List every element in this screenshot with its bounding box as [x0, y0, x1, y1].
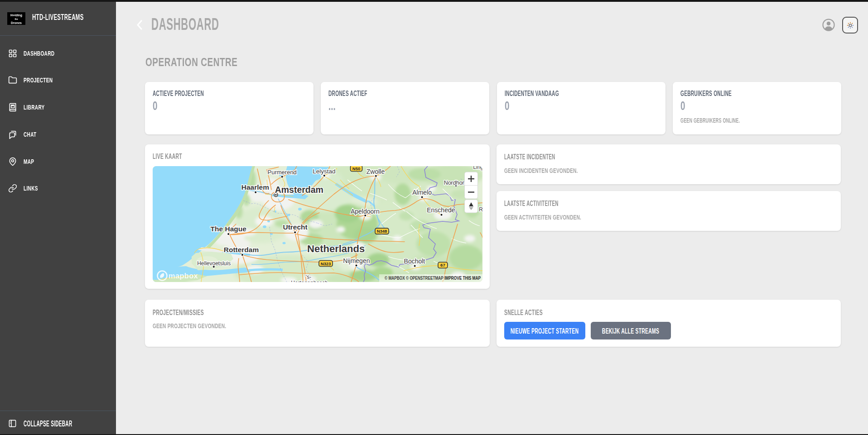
svg-text:Bocholt: Bocholt	[404, 258, 425, 265]
svg-text:Apeldoorn: Apeldoorn	[351, 208, 380, 215]
svg-text:Enschede: Enschede	[427, 206, 455, 214]
svg-text:Linger: Linger	[473, 166, 482, 170]
svg-text:Nordhorn: Nordhorn	[444, 180, 468, 186]
svg-text:'s-: 's-	[306, 274, 311, 280]
svg-text:© MAPBOX © OPENSTREETMAP IMPRO: © MAPBOX © OPENSTREETMAP IMPROVE THIS MA…	[385, 275, 481, 281]
svg-text:Netherlands: Netherlands	[307, 243, 365, 254]
svg-text:N348: N348	[377, 229, 387, 234]
svg-text:67: 67	[440, 263, 445, 268]
svg-text:N323: N323	[321, 261, 331, 266]
svg-text:The Hague: The Hague	[211, 225, 247, 233]
svg-text:Hertogenbosch: Hertogenbosch	[291, 280, 328, 282]
svg-text:N50: N50	[352, 166, 360, 171]
svg-text:Lelystad: Lelystad	[313, 168, 335, 175]
svg-text:Nijmegen: Nijmegen	[343, 257, 370, 264]
svg-text:Hellevoetsluis: Hellevoetsluis	[197, 260, 231, 267]
svg-text:Zwolle: Zwolle	[366, 168, 385, 175]
svg-text:Purmerend: Purmerend	[268, 169, 297, 176]
svg-text:Rotterdam: Rotterdam	[224, 246, 259, 253]
svg-text:Utrecht: Utrecht	[283, 223, 307, 231]
svg-text:Almelo: Almelo	[412, 189, 432, 196]
svg-text:Rh: Rh	[479, 206, 482, 213]
svg-text:mapbox: mapbox	[169, 272, 198, 280]
svg-text:Haarlem: Haarlem	[241, 183, 269, 191]
svg-text:Amsterdam: Amsterdam	[275, 185, 323, 195]
